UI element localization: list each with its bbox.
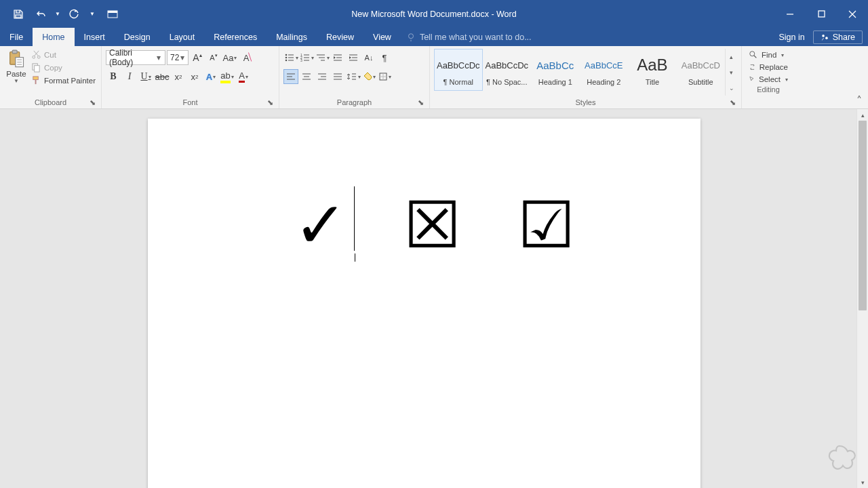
- document-text[interactable]: ✓ ☒ ☑: [294, 193, 594, 258]
- collapse-ribbon-button[interactable]: ˄: [853, 94, 865, 106]
- share-label: Share: [833, 33, 855, 42]
- tab-view[interactable]: View: [363, 28, 401, 46]
- text-cursor-ibeam: [355, 253, 355, 262]
- svg-rect-1: [108, 11, 117, 13]
- paste-label: Paste: [6, 70, 26, 78]
- watermark-icon: [819, 441, 860, 481]
- styles-group-label: Styles⬊: [434, 97, 737, 108]
- strikethrough-button[interactable]: abc: [155, 69, 170, 84]
- svg-point-20: [285, 54, 287, 56]
- svg-point-24: [285, 60, 287, 62]
- tab-home[interactable]: Home: [33, 28, 74, 46]
- svg-rect-18: [33, 77, 39, 80]
- tab-review[interactable]: Review: [317, 28, 363, 46]
- tell-me-placeholder: Tell me what you want to do...: [420, 33, 532, 42]
- multilevel-list-button[interactable]: ▾: [315, 50, 330, 65]
- scroll-up-button[interactable]: ▴: [857, 109, 868, 121]
- tab-design[interactable]: Design: [115, 28, 160, 46]
- highlight-button[interactable]: ab▾: [220, 69, 235, 84]
- ribbon-display-options[interactable]: [99, 0, 126, 28]
- close-button[interactable]: [837, 0, 868, 28]
- font-size-combo[interactable]: 72▾: [167, 50, 189, 65]
- scroll-thumb[interactable]: [859, 121, 867, 310]
- subscript-button[interactable]: x2: [171, 69, 186, 84]
- style-subtitle[interactable]: AaBbCcDSubtitle: [677, 49, 726, 91]
- svg-point-15: [37, 56, 40, 58]
- font-name-combo[interactable]: Calibri (Body)▾: [106, 50, 165, 65]
- change-case-button[interactable]: Aa▾: [222, 50, 237, 65]
- styles-dialog-launcher[interactable]: ⬊: [728, 98, 737, 107]
- copy-button[interactable]: Copy: [31, 62, 96, 73]
- shrink-font-button[interactable]: A▾: [206, 50, 221, 65]
- show-paragraph-marks-button[interactable]: ¶: [377, 50, 392, 65]
- style-normal[interactable]: AaBbCcDc¶ Normal: [434, 49, 483, 91]
- title-bar: ▼ ▼ New Microsoft Word Document.docx - W…: [0, 0, 868, 28]
- tab-layout[interactable]: Layout: [160, 28, 205, 46]
- underline-button[interactable]: U▾: [138, 69, 153, 84]
- save-button[interactable]: [7, 0, 30, 28]
- svg-rect-17: [35, 66, 40, 72]
- tell-me-search[interactable]: Tell me what you want to do...: [406, 28, 532, 46]
- align-right-button[interactable]: [315, 69, 330, 84]
- document-page[interactable]: ✓ ☒ ☑: [148, 119, 701, 488]
- ribbon-tabs: File Home Insert Design Layout Reference…: [0, 28, 868, 46]
- align-left-button[interactable]: [283, 69, 298, 84]
- vertical-scrollbar[interactable]: ▴ ▾: [856, 109, 868, 488]
- find-button[interactable]: Find▾: [749, 50, 788, 60]
- redo-button[interactable]: [62, 0, 85, 28]
- cut-button[interactable]: Cut: [31, 49, 96, 60]
- tab-insert[interactable]: Insert: [75, 28, 115, 46]
- line-spacing-button[interactable]: ▾: [346, 69, 361, 84]
- text-cursor: [354, 186, 355, 251]
- clipboard-dialog-launcher[interactable]: ⬊: [88, 98, 97, 107]
- italic-button[interactable]: I: [122, 69, 137, 84]
- decrease-indent-button[interactable]: [330, 50, 345, 65]
- style-heading-2[interactable]: AaBbCcEHeading 2: [580, 49, 629, 91]
- select-button[interactable]: Select▾: [749, 75, 788, 84]
- undo-button[interactable]: [30, 0, 53, 28]
- bullets-button[interactable]: ▾: [283, 50, 298, 65]
- svg-rect-3: [818, 11, 825, 17]
- minimize-button[interactable]: [774, 0, 806, 28]
- svg-point-59: [750, 52, 755, 56]
- tab-file[interactable]: File: [0, 28, 33, 46]
- document-area: ✓ ☒ ☑: [0, 109, 868, 488]
- font-group-label: Font⬊: [106, 97, 275, 108]
- bold-button[interactable]: B: [106, 69, 121, 84]
- style-title[interactable]: AaBTitle: [628, 49, 677, 91]
- style-no-spacing[interactable]: AaBbCcDc¶ No Spac...: [483, 49, 532, 91]
- qat-customize[interactable]: ▼: [85, 0, 99, 28]
- paste-button[interactable]: Paste ▼: [4, 47, 28, 84]
- justify-button[interactable]: [330, 69, 345, 84]
- svg-rect-9: [12, 50, 17, 54]
- svg-point-6: [822, 35, 825, 37]
- replace-button[interactable]: Replace: [749, 62, 788, 72]
- maximize-button[interactable]: [806, 0, 837, 28]
- align-center-button[interactable]: [299, 69, 314, 84]
- font-dialog-launcher[interactable]: ⬊: [266, 98, 275, 107]
- clipboard-group-label: Clipboard⬊: [4, 97, 97, 108]
- format-painter-button[interactable]: Format Painter: [31, 75, 96, 85]
- style-heading-1[interactable]: AaBbCcHeading 1: [531, 49, 580, 91]
- paragraph-dialog-launcher[interactable]: ⬊: [416, 98, 425, 107]
- numbering-button[interactable]: 123▾: [299, 50, 314, 65]
- text-effects-button[interactable]: A▾: [203, 69, 218, 84]
- clear-formatting-button[interactable]: A⧹: [239, 50, 254, 65]
- increase-indent-button[interactable]: [346, 50, 361, 65]
- tab-references[interactable]: References: [204, 28, 267, 46]
- undo-dropdown[interactable]: ▼: [53, 0, 62, 28]
- svg-line-60: [754, 56, 757, 58]
- superscript-button[interactable]: x2: [187, 69, 202, 84]
- sign-in-link[interactable]: Sign in: [778, 33, 804, 42]
- tab-mailings[interactable]: Mailings: [267, 28, 317, 46]
- svg-point-22: [285, 57, 287, 59]
- borders-button[interactable]: ▾: [377, 69, 392, 84]
- font-color-button[interactable]: A▾: [236, 69, 251, 84]
- styles-gallery-more[interactable]: ▴▾⌄: [725, 49, 737, 96]
- grow-font-button[interactable]: A▴: [190, 50, 205, 65]
- share-button[interactable]: Share: [813, 30, 863, 44]
- shading-button[interactable]: ▾: [361, 69, 376, 84]
- svg-text:3: 3: [300, 58, 302, 62]
- svg-point-7: [825, 37, 828, 39]
- sort-button[interactable]: A↓: [361, 50, 376, 65]
